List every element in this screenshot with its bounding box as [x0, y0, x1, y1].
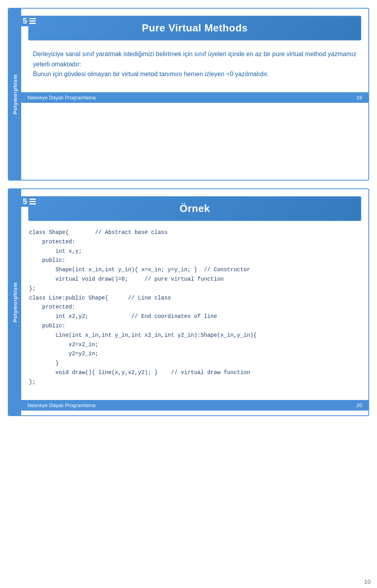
- slide-2-code: class Shape{ // Abstract base class prot…: [21, 221, 368, 411]
- hamburger-line-4: [29, 199, 36, 200]
- slide-2-badge-area: 5: [21, 196, 39, 207]
- slide-1-title: Pure Virtual Methods: [142, 22, 248, 34]
- hamburger-line-3: [29, 23, 36, 24]
- code-line-14: y2=y2_in;: [29, 349, 361, 359]
- code-line-4: public:: [29, 256, 361, 265]
- code-line-13: x2=x2_in;: [29, 340, 361, 350]
- code-line-12: Line(int x_in,int y_in,int x2_in,int y2_…: [29, 331, 361, 340]
- code-line-16: void draw(){ line(x,y,x2,y2); } // virtu…: [29, 368, 361, 378]
- slide-2-sidebar: Polymorphism: [9, 189, 21, 415]
- slide-2-sidebar-label: Polymorphism: [12, 282, 18, 322]
- slide-1-body-text: Derleyiciye sanal sınıf yaratmak istediğ…: [33, 49, 357, 79]
- slide-1: Polymorphism 5 Pure Virtual Methods Derl…: [8, 8, 369, 181]
- code-line-17: };: [29, 378, 361, 387]
- code-line-11: public:: [29, 321, 361, 331]
- slide-2-footer-label: Nesneye Dayalı Programlama: [27, 402, 95, 408]
- code-line-8: class Line:public Shape{ // Line class: [29, 294, 361, 303]
- slide-1-sidebar: Polymorphism: [9, 9, 21, 180]
- slide-1-badge-area: 5: [21, 16, 39, 26]
- slide-1-footer-page: 19: [357, 95, 362, 100]
- hamburger-line-1: [29, 18, 36, 19]
- slide-2-title: Örnek: [179, 203, 210, 214]
- code-line-3: int x,y;: [29, 247, 361, 256]
- code-line-6: virtual void draw()=0; // pure virtual f…: [29, 275, 361, 284]
- slide-1-hamburger: [29, 18, 36, 24]
- slide-2-corner-badge: 5: [21, 196, 39, 207]
- code-line-7: };: [29, 284, 361, 294]
- code-line-1: class Shape{ // Abstract base class: [29, 228, 361, 237]
- hamburger-line-2: [29, 20, 36, 22]
- slide-2-number: 5: [23, 197, 27, 206]
- code-line-15: }: [29, 359, 361, 368]
- slide-1-header: Pure Virtual Methods: [28, 16, 361, 40]
- hamburger-line-6: [29, 203, 36, 205]
- code-line-10: int x2,y2; // End coordinates of line: [29, 312, 361, 321]
- slide-1-sidebar-label: Polymorphism: [12, 74, 18, 114]
- slide-2-header: Örnek: [28, 196, 361, 221]
- slide-2-inner: 5 Örnek class Shape{ // Abstract base cl…: [21, 196, 368, 411]
- page-number: 10: [364, 578, 371, 585]
- code-line-5: Shape(int x_in,int y_in){ x=x_in; y=y_in…: [29, 265, 361, 275]
- slide-2-hamburger: [29, 199, 36, 205]
- slide-2: Polymorphism 5 Örnek class Shape{ // Abs…: [8, 188, 369, 416]
- slide-1-footer-label: Nesneye Dayalı Programlama: [27, 95, 95, 100]
- slide-2-footer-page: 20: [357, 402, 362, 408]
- code-line-9: protected:: [29, 303, 361, 312]
- slide-1-footer: Nesneye Dayalı Programlama 19: [21, 92, 368, 103]
- code-line-2: protected:: [29, 237, 361, 247]
- slide-1-inner: 5 Pure Virtual Methods Derleyiciye sanal…: [21, 16, 368, 103]
- slide-1-corner-badge: 5: [21, 16, 39, 26]
- hamburger-line-5: [29, 201, 36, 202]
- slide-2-footer: Nesneye Dayalı Programlama 20: [21, 400, 368, 411]
- slide-1-number: 5: [23, 16, 27, 26]
